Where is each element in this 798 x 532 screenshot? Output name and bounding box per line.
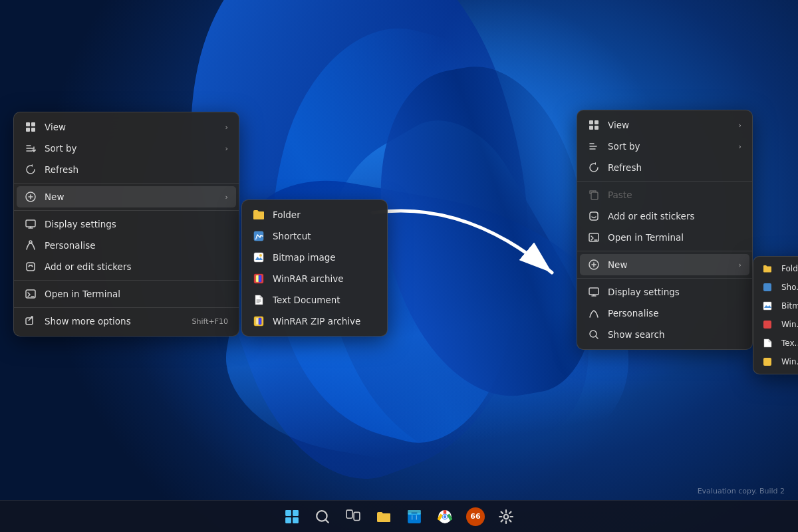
svg-rect-1 bbox=[26, 122, 30, 126]
refresh-icon bbox=[588, 162, 600, 174]
left-menu-new[interactable]: New › bbox=[17, 186, 236, 207]
start-button[interactable] bbox=[279, 503, 305, 530]
new-winrar-zip-label: WinRAR ZIP archive bbox=[273, 316, 360, 327]
left-menu-personalise-label: Personalise bbox=[45, 240, 95, 251]
divider bbox=[14, 307, 239, 308]
text-icon bbox=[761, 337, 773, 349]
svg-rect-43 bbox=[408, 513, 421, 523]
bitmap-icon bbox=[761, 300, 773, 312]
left-menu-terminal[interactable]: Open in Terminal bbox=[14, 283, 239, 305]
right-sub-shortcut[interactable]: Sho... bbox=[753, 278, 798, 297]
right-menu-new-label: New bbox=[608, 259, 627, 270]
right-menu-new[interactable]: New › bbox=[580, 254, 749, 275]
right-menu-terminal[interactable]: Open in Terminal bbox=[577, 227, 752, 248]
taskbar-settings[interactable] bbox=[493, 503, 519, 530]
svg-rect-14 bbox=[254, 253, 263, 262]
svg-point-15 bbox=[259, 254, 262, 257]
taskbar-file-explorer[interactable] bbox=[370, 503, 397, 530]
right-menu-display[interactable]: Display settings bbox=[577, 281, 752, 303]
svg-rect-26 bbox=[591, 192, 598, 200]
taskbar-chrome[interactable] bbox=[432, 503, 458, 530]
left-menu-more-label: Show more options bbox=[45, 316, 131, 327]
svg-rect-21 bbox=[259, 318, 261, 325]
left-menu-refresh[interactable]: Refresh bbox=[14, 159, 239, 180]
svg-point-7 bbox=[29, 241, 32, 243]
taskbar: 66 bbox=[0, 500, 798, 532]
new-winrar[interactable]: WinRAR archive bbox=[242, 268, 387, 289]
right-sub-bitmap[interactable]: Bitm... bbox=[753, 297, 798, 315]
right-sub-winrar-label: Win... bbox=[781, 320, 798, 329]
left-menu-display-label: Display settings bbox=[45, 219, 116, 229]
left-menu-more-options[interactable]: Show more options Shift+F10 bbox=[14, 311, 239, 332]
svg-rect-8 bbox=[27, 263, 35, 271]
right-menu-sort-label: Sort by bbox=[608, 141, 640, 152]
new-folder[interactable]: Folder bbox=[242, 204, 387, 225]
arrow-icon: › bbox=[739, 121, 741, 130]
right-menu-view-label: View bbox=[608, 120, 629, 130]
svg-rect-39 bbox=[293, 517, 299, 523]
eval-text: Evaluation copy. Build 2 bbox=[698, 487, 785, 495]
new-shortcut[interactable]: Shortcut bbox=[242, 225, 387, 247]
svg-rect-38 bbox=[285, 517, 291, 523]
right-sub-shortcut-label: Sho... bbox=[781, 283, 798, 292]
new-text-doc[interactable]: Text Document bbox=[242, 289, 387, 311]
right-menu-view[interactable]: View › bbox=[577, 114, 752, 136]
right-sub-text[interactable]: Tex... bbox=[753, 334, 798, 352]
new-winrar-zip[interactable]: WinRAR ZIP archive bbox=[242, 311, 387, 332]
left-menu-personalise[interactable]: Personalise bbox=[14, 235, 239, 256]
left-menu-view[interactable]: View › bbox=[14, 116, 239, 138]
svg-rect-6 bbox=[26, 220, 35, 227]
svg-rect-25 bbox=[595, 126, 598, 130]
right-sub-winrar[interactable]: Win... bbox=[753, 315, 798, 334]
left-menu-terminal-label: Open in Terminal bbox=[45, 289, 120, 299]
personalise-icon bbox=[25, 239, 37, 251]
svg-rect-17 bbox=[256, 275, 259, 282]
winrar-icon bbox=[761, 319, 773, 331]
left-menu-stickers[interactable]: Add or edit stickers bbox=[14, 256, 239, 277]
svg-rect-37 bbox=[293, 510, 299, 516]
svg-rect-24 bbox=[589, 126, 593, 130]
stickers-icon bbox=[588, 210, 600, 222]
new-text-doc-label: Text Document bbox=[273, 295, 340, 305]
taskbar-store[interactable] bbox=[401, 503, 428, 530]
divider bbox=[577, 181, 752, 182]
new-winrar-label: WinRAR archive bbox=[273, 273, 344, 284]
arrow-icon: › bbox=[739, 261, 741, 269]
right-sub-folder[interactable]: Fold... bbox=[753, 259, 798, 278]
more-options-icon bbox=[25, 315, 37, 327]
left-menu-display[interactable]: Display settings bbox=[14, 213, 239, 235]
right-menu-display-label: Display settings bbox=[608, 287, 680, 297]
left-menu-sort[interactable]: Sort by › bbox=[14, 138, 239, 159]
arrow-icon: › bbox=[225, 144, 228, 153]
right-context-menu: View › Sort by › Refresh bbox=[577, 110, 753, 350]
winrar-icon bbox=[253, 273, 265, 285]
right-menu-paste[interactable]: Paste bbox=[577, 184, 752, 205]
shortcut-icon bbox=[253, 230, 265, 242]
right-sub-folder-label: Fold... bbox=[781, 264, 798, 273]
taskbar-search[interactable] bbox=[309, 503, 336, 530]
svg-rect-20 bbox=[256, 318, 259, 325]
right-sub-zip[interactable]: Win... bbox=[753, 352, 798, 371]
left-menu-stickers-label: Add or edit stickers bbox=[45, 261, 131, 272]
divider bbox=[14, 210, 239, 211]
new-shortcut-label: Shortcut bbox=[273, 231, 311, 241]
search-icon bbox=[588, 329, 600, 340]
stickers-icon bbox=[25, 261, 37, 273]
right-menu-stickers[interactable]: Add or edit stickers bbox=[577, 205, 752, 227]
divider bbox=[14, 183, 239, 184]
taskbar-badge-66[interactable]: 66 bbox=[462, 503, 489, 530]
right-menu-refresh[interactable]: Refresh bbox=[577, 157, 752, 178]
left-menu-refresh-label: Refresh bbox=[45, 164, 78, 175]
grid-icon bbox=[588, 119, 600, 131]
svg-rect-18 bbox=[259, 275, 261, 282]
right-menu-sort[interactable]: Sort by › bbox=[577, 136, 752, 157]
taskbar-task-view[interactable] bbox=[340, 503, 366, 530]
badge-count: 66 bbox=[470, 512, 480, 521]
svg-rect-30 bbox=[589, 288, 598, 295]
new-bitmap[interactable]: Bitmap image bbox=[242, 247, 387, 268]
shortcut-badge: Shift+F10 bbox=[192, 317, 228, 326]
right-menu-personalise[interactable]: Personalise bbox=[577, 303, 752, 324]
arrow-icon: › bbox=[225, 193, 228, 201]
svg-rect-34 bbox=[763, 321, 771, 329]
right-menu-show-search[interactable]: Show search bbox=[577, 324, 752, 345]
